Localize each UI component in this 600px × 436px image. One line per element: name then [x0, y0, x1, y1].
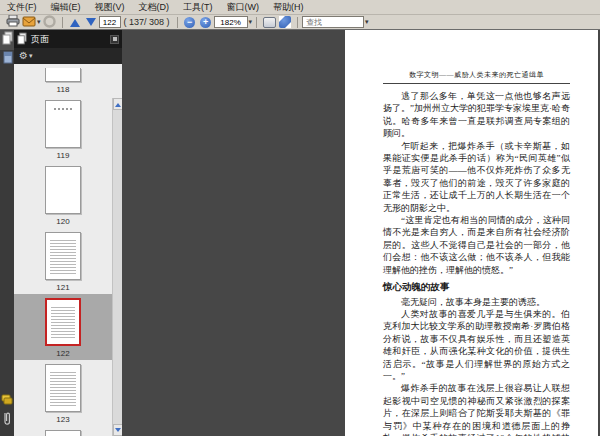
page-body-text: 逃了那么多年，单凭这一点他也够名声远扬了。”加州州立大学的犯罪学专家埃里克·哈奇… — [383, 90, 570, 436]
previous-view-button[interactable] — [42, 15, 58, 29]
thumbnail-label: 122 — [56, 349, 69, 358]
email-button[interactable]: ▾ — [21, 15, 42, 29]
zoom-dropdown-arrow[interactable]: ▾ — [249, 18, 253, 26]
thumbnail-page-122-selected[interactable]: 122 — [14, 294, 112, 360]
zoom-in-button[interactable]: + — [198, 15, 214, 29]
zoom-in-icon: + — [200, 17, 211, 28]
printer-icon — [6, 15, 20, 29]
thumbnail-label: 120 — [56, 217, 69, 226]
menu-bar: 文件(F) 编辑(E) 视图(V) 文档(D) 工具(T) 窗口(W) 帮助(H… — [0, 0, 600, 15]
find-input[interactable] — [302, 16, 364, 28]
paragraph: 爆炸杀手的故事在浅层上很容易让人联想起影视中司空见惯的神秘而又紧张激烈的探案片，… — [383, 382, 570, 436]
options-gear-icon[interactable]: ⚙ — [19, 51, 28, 61]
thumbnail-page-124[interactable]: 124 — [14, 426, 112, 436]
menu-help[interactable]: 帮助(H) — [266, 0, 311, 15]
thumbnail-page-119[interactable]: 119 — [14, 96, 112, 162]
paragraph: “这里肯定也有相当的同情的成分，这种同情不光是来自穷人，而是来自所有社会经济阶层… — [383, 214, 570, 276]
page-thumbnail[interactable] — [45, 298, 81, 346]
fit-page-icon — [263, 17, 276, 28]
panel-close-button[interactable] — [110, 35, 119, 44]
attachments-panel-tab[interactable] — [0, 410, 14, 430]
page-thumbnail[interactable] — [45, 100, 81, 148]
menu-tools[interactable]: 工具(T) — [176, 0, 220, 15]
thumbnail-label: 119 — [57, 151, 70, 160]
options-dropdown-arrow[interactable]: ▾ — [29, 52, 33, 60]
previous-page-button[interactable] — [67, 15, 83, 29]
pages-panel-header: 页面 — [14, 30, 122, 48]
comments-icon — [1, 391, 13, 409]
toolbar-separator — [177, 17, 178, 28]
pages-panel-tab[interactable] — [0, 30, 14, 50]
pages-icon — [2, 31, 13, 49]
thumbnail-label: 121 — [56, 283, 69, 292]
toolbar: ▾ ( 137/ 308 ) − + ▾ ▾ — [0, 15, 600, 30]
comments-panel-tab[interactable] — [0, 390, 14, 410]
print-button[interactable] — [5, 15, 21, 29]
menu-view[interactable]: 视图(V) — [88, 0, 132, 15]
thumbnail-list: 118 119 120 121 122 123 — [14, 64, 122, 436]
zoom-out-button[interactable]: − — [182, 15, 198, 29]
paragraph: 逃了那么多年，单凭这一点他也够名声远扬了。”加州州立大学的犯罪学专家埃里克·哈奇… — [383, 90, 570, 140]
fit-width-button[interactable] — [277, 15, 293, 29]
fit-page-button[interactable] — [261, 15, 277, 29]
pages-icon — [17, 32, 27, 47]
page-thumbnail[interactable] — [45, 430, 81, 436]
menu-document[interactable]: 文档(D) — [132, 0, 177, 15]
thumbnail-scrollbar[interactable] — [112, 98, 122, 436]
fit-width-icon — [279, 16, 291, 28]
pages-panel-title: 页面 — [31, 33, 110, 46]
page-thumbnail[interactable] — [45, 166, 81, 214]
document-view[interactable]: 数字文明——威胁人类未来的死亡通缉单 逃了那么多年，单凭这一点他也够名声远扬了。… — [122, 30, 600, 436]
toolbar-separator — [62, 17, 63, 28]
page-thumbnail[interactable] — [45, 68, 81, 82]
email-icon — [22, 16, 36, 29]
page-count-label: ( 137/ 308 ) — [124, 17, 170, 27]
pages-panel: 页面 ⚙ ▾ 118 119 120 121 — [14, 30, 122, 436]
thumbnail-label: 118 — [57, 85, 70, 94]
toolbar-separator — [256, 17, 257, 28]
previous-view-icon — [43, 15, 56, 30]
document-page: 数字文明——威胁人类未来的死亡通缉单 逃了那么多年，单凭这一点他也够名声远扬了。… — [345, 30, 598, 436]
arrow-down-icon — [86, 18, 96, 31]
paragraph: 毫无疑问，故事本身是主要的诱惑。 — [383, 296, 570, 308]
zoom-out-icon: − — [184, 17, 195, 28]
thumbnail-page-121[interactable]: 121 — [14, 228, 112, 294]
scroll-down-button[interactable] — [113, 424, 122, 436]
thumbnail-page-123[interactable]: 123 — [14, 360, 112, 426]
page-thumbnail[interactable] — [45, 232, 81, 280]
page-thumbnail[interactable] — [45, 364, 81, 412]
menu-file[interactable]: 文件(F) — [0, 0, 44, 15]
thumbnail-label: 123 — [56, 415, 69, 424]
thumbnail-page-118[interactable]: 118 — [14, 64, 112, 96]
paragraph: 乍听起来，把爆炸杀手（或卡辛斯基，如果能证实便是此杀手的话）称为“民间英雄”似乎… — [383, 140, 570, 214]
next-page-button[interactable] — [83, 15, 99, 29]
menu-window[interactable]: 窗口(W) — [220, 0, 267, 15]
zoom-level-input[interactable] — [214, 16, 248, 28]
section-heading: 惊心动魄的故事 — [383, 281, 570, 293]
triangle-up-icon — [115, 100, 121, 107]
find-dropdown-arrow[interactable]: ▾ — [365, 18, 369, 26]
page-number-input[interactable] — [99, 16, 121, 28]
paperclip-icon — [2, 411, 12, 430]
scroll-up-button[interactable] — [113, 98, 122, 110]
bookmarks-icon — [2, 51, 13, 69]
pages-options-row: ⚙ ▾ — [14, 48, 122, 64]
paragraph: 人类对故事的喜爱几乎是与生俱来的。伯克利加大比较文学系的助理教授南希·罗腾伯格分… — [383, 308, 570, 382]
arrow-up-icon — [70, 14, 80, 27]
email-dropdown-arrow[interactable]: ▾ — [37, 18, 41, 26]
menu-edit[interactable]: 编辑(E) — [44, 0, 88, 15]
navigation-tab-strip — [0, 30, 14, 436]
running-head: 数字文明——威胁人类未来的死亡通缉单 — [383, 70, 570, 84]
thumbnail-page-120[interactable]: 120 — [14, 162, 112, 228]
toolbar-separator — [297, 17, 298, 28]
triangle-down-icon — [115, 428, 121, 435]
bookmarks-panel-tab[interactable] — [0, 50, 14, 70]
